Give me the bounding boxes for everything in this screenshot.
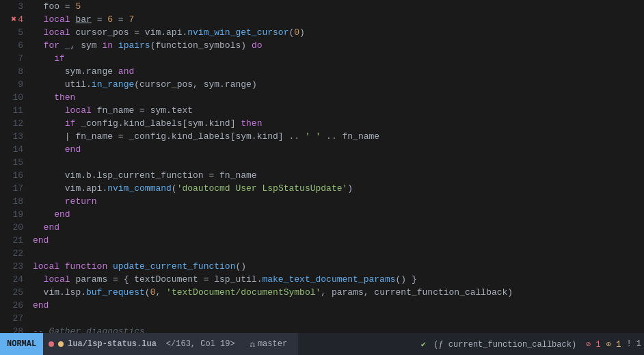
code-line: local function update_current_function() — [33, 260, 644, 273]
line-number: 19 — [0, 208, 23, 221]
status-filename: lua/lsp-status.lua — [68, 339, 157, 349]
code-line: | fn_name = _config.kind_labels[sym.kind… — [33, 130, 644, 143]
branch-icon: ⚖ — [250, 339, 255, 350]
line-number: 11 — [0, 104, 23, 117]
code-line: local bar = 6 = 7 — [33, 13, 644, 26]
code-line: foo = 5 — [33, 0, 644, 13]
line-number: 25 — [0, 286, 23, 299]
line-number: 10 — [0, 91, 23, 104]
line-number: 27 — [0, 312, 23, 325]
line-number: 26 — [0, 299, 23, 312]
status-file-section: lua/lsp-status.lua </163, Col 19> ⚖ mast… — [43, 333, 298, 355]
status-branch: ⚖ master — [245, 339, 293, 350]
warnings-count: 1 — [616, 340, 621, 350]
line-number: 9 — [0, 78, 23, 91]
code-line: util.in_range(cursor_pos, sym.range) — [33, 78, 644, 91]
line-number: 7 — [0, 52, 23, 65]
code-line: vim.b.lsp_current_function = fn_name — [33, 169, 644, 182]
line-number: 28 — [0, 325, 23, 333]
code-line: for _, sym in ipairs(function_symbols) d… — [33, 39, 644, 52]
status-dot-orange — [58, 341, 64, 347]
line-number: 3 — [0, 0, 23, 13]
code-line: -- Gather diagnostics — [33, 325, 644, 333]
line-number: 8 — [0, 65, 23, 78]
code-line: end — [33, 143, 644, 156]
line-number: 5 — [0, 26, 23, 39]
code-line — [33, 247, 644, 260]
status-warnings: ⊙ 1 — [604, 339, 624, 350]
branch-name: master — [258, 339, 287, 349]
code-area: 3✖45678910111213141516171819202122232425… — [0, 0, 644, 333]
code-line: local cursor_pos = vim.api.nvim_win_get_… — [33, 26, 644, 39]
status-mode: NORMAL — [0, 333, 43, 355]
status-position: </163, Col 19> — [161, 339, 241, 349]
line-number: 17 — [0, 182, 23, 195]
lsp-fn-name: (ƒ current_function_callback) — [431, 340, 576, 350]
status-right: ✔ (ƒ current_function_callback) ⊘ 1 ⊙ 1 … — [414, 333, 644, 355]
status-errors: ⊘ 1 — [583, 339, 604, 350]
code-line: local params = { textDocument = lsp_util… — [33, 273, 644, 286]
editor: 3✖45678910111213141516171819202122232425… — [0, 0, 644, 333]
status-dot-red — [49, 341, 54, 347]
code-line: return — [33, 195, 644, 208]
line-number: 20 — [0, 221, 23, 234]
code-line: if _config.kind_labels[sym.kind] then — [33, 117, 644, 130]
code-line: then — [33, 91, 644, 104]
code-line — [33, 156, 644, 169]
info-count: 1 — [636, 339, 641, 349]
code-line: vim.api.nvim_command('doautocmd User Lsp… — [33, 182, 644, 195]
line-number: 15 — [0, 156, 23, 169]
code-line: end — [33, 221, 644, 234]
line-number: 23 — [0, 260, 23, 273]
status-info: ! 1 — [623, 339, 644, 349]
status-lsp: ✔ (ƒ current_function_callback) — [414, 339, 583, 350]
line-number: 24 — [0, 273, 23, 286]
line-number: 6 — [0, 39, 23, 52]
code-line: sym.range and — [33, 65, 644, 78]
line-number: 13 — [0, 130, 23, 143]
info-icon: ! — [626, 339, 631, 349]
code-line — [33, 312, 644, 325]
code-line: end — [33, 234, 644, 247]
statusbar: NORMAL lua/lsp-status.lua </163, Col 19>… — [0, 333, 644, 355]
warnings-icon: ⊙ — [606, 340, 611, 350]
lsp-check-icon: ✔ — [421, 340, 426, 350]
code-line: if — [33, 52, 644, 65]
line-number: 16 — [0, 169, 23, 182]
errors-count: 1 — [596, 340, 601, 350]
line-number: ✖4 — [0, 13, 23, 26]
code-lines[interactable]: foo = 5 local bar = 6 = 7 local cursor_p… — [29, 0, 644, 333]
line-number: 21 — [0, 234, 23, 247]
line-number: 12 — [0, 117, 23, 130]
line-number: 18 — [0, 195, 23, 208]
line-numbers: 3✖45678910111213141516171819202122232425… — [0, 0, 29, 333]
code-line: end — [33, 208, 644, 221]
line-number: 14 — [0, 143, 23, 156]
errors-icon: ⊘ — [586, 340, 591, 350]
code-line: vim.lsp.buf_request(0, 'textDocument/doc… — [33, 286, 644, 299]
code-line: local fn_name = sym.text — [33, 104, 644, 117]
code-line: end — [33, 299, 644, 312]
line-number: 22 — [0, 247, 23, 260]
